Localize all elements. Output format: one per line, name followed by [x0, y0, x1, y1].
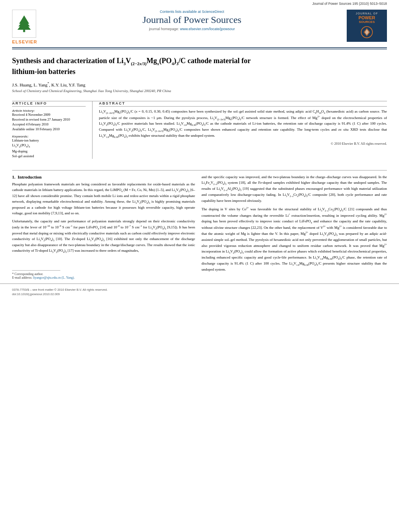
journal-logo-box: JOURNAL OF POWER SOURCES: [355, 12, 379, 39]
body-right-column: and the specific capacity was improved, …: [202, 175, 387, 279]
body-columns: 1. Introduction Phosphate polyanion fram…: [12, 175, 387, 279]
copyright: © 2010 Elsevier B.V. All rights reserved…: [99, 142, 387, 146]
keyword3: Mg-doping: [12, 149, 86, 154]
footnote-email-value[interactable]: liyangce@sjtu.edu.cn (L. Yang).: [33, 276, 75, 279]
intro-heading: 1. Introduction: [12, 175, 195, 179]
elsevier-tree-icon: [14, 14, 34, 34]
journal-name: Journal of Power Sources: [45, 14, 339, 25]
footnote-email: E-mail address: liyangce@sjtu.edu.cn (L.…: [12, 276, 195, 279]
received-date: Received 4 November 2009: [12, 113, 86, 117]
journal-homepage: journal homepage: www.elsevier.com/locat…: [45, 27, 339, 31]
keywords-section: Keywords: Lithium-ion battery Li3V2(PO4)…: [12, 135, 86, 158]
abstract-text: Li3V(2−2x/3)Mgx(PO4)3/C (x = 0, 0.15, 0.…: [99, 109, 387, 139]
footer: 0378-7753/$ – see front matter © 2010 El…: [0, 283, 399, 299]
journal-info-bar: Journal of Power Sources 195 (2010) 5013…: [0, 0, 399, 6]
sciencedirect-line: Contents lists available at ScienceDirec…: [45, 10, 339, 14]
main-body: 1. Introduction Phosphate polyanion fram…: [0, 163, 399, 283]
elsevier-logo-section: ELSEVIER: [12, 10, 37, 44]
article-meta-section: ARTICLE INFO Article history: Received 4…: [0, 101, 399, 159]
intro-para2: Unfortunately, the capacity and rate per…: [12, 219, 195, 254]
footnote-star: * Corresponding author.: [12, 272, 195, 276]
affiliation: School of Chemistry and Chemical Enginee…: [12, 89, 387, 93]
article-info-column: ARTICLE INFO Article history: Received 4…: [12, 101, 93, 159]
header-center: Contents lists available at ScienceDirec…: [37, 10, 347, 31]
elsevier-logo: [12, 10, 36, 38]
keyword1: Lithium-ion battery: [12, 138, 86, 143]
journal-logo: JOURNAL OF POWER SOURCES: [347, 10, 387, 42]
footnote-divider: [12, 270, 60, 271]
page: Journal of Power Sources 195 (2010) 5013…: [0, 0, 399, 532]
journal-header: ELSEVIER Contents lists available at Sci…: [0, 6, 399, 44]
keyword2: Li3V2(PO4)3: [12, 143, 86, 149]
intro-para1: Phosphate polyanion framework materials …: [12, 182, 195, 216]
right-para2: The doping in V sites by Co2+ was favora…: [202, 206, 387, 273]
keyword4: Sol–gel assisted: [12, 154, 86, 159]
right-para1: and the specific capacity was improved, …: [202, 175, 387, 204]
logo-graphic-icon: [355, 26, 379, 38]
article-title-section: Synthesis and characterization of Li3V(2…: [0, 49, 399, 101]
keywords-label: Keywords:: [12, 135, 86, 138]
history-label: Article history:: [12, 109, 86, 113]
journal-url[interactable]: www.elsevier.com/locate/jpowsour: [180, 27, 235, 31]
article-title: Synthesis and characterization of Li3V(2…: [12, 56, 387, 77]
abstract-label: ABSTRACT: [99, 101, 387, 107]
article-history-group: Article history: Received 4 November 200…: [12, 109, 86, 132]
footer-doi: doi:10.1016/j.jpowsour.2010.02.009: [12, 292, 387, 296]
online-date: Available online 10 February 2010: [12, 127, 86, 132]
authors: J.S. Huang, L. Yang*, K.Y. Liu, Y.F. Tan…: [12, 82, 387, 87]
revised-date: Received in revised form 27 January 2010: [12, 117, 86, 122]
journal-line: Journal of Power Sources 195 (2010) 5013…: [312, 2, 387, 6]
body-left-column: 1. Introduction Phosphate polyanion fram…: [12, 175, 195, 279]
footer-issn: 0378-7753/$ – see front matter © 2010 El…: [12, 288, 387, 292]
footnote-area: * Corresponding author. E-mail address: …: [12, 270, 195, 279]
elsevier-logo-box: [12, 10, 36, 38]
body-divider: [12, 170, 387, 170]
article-info-label: ARTICLE INFO: [12, 101, 86, 107]
elsevier-text: ELSEVIER: [12, 39, 37, 44]
accepted-date: Accepted 4 February 2010: [12, 122, 86, 127]
abstract-column: ABSTRACT Li3V(2−2x/3)Mgx(PO4)3/C (x = 0,…: [93, 101, 387, 159]
